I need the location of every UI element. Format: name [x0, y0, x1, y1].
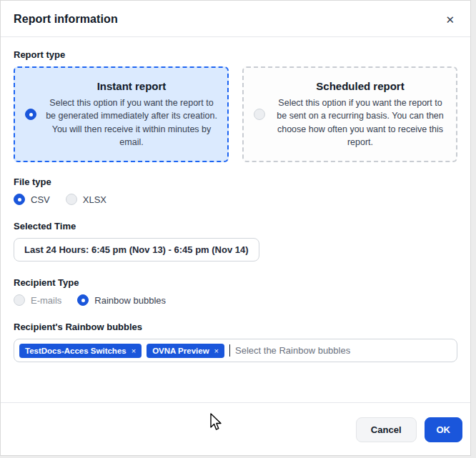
- select-placeholder: Select the Rainbow bubbles: [235, 345, 350, 356]
- recipient-option-rainbow-bubbles[interactable]: Rainbow bubbles: [77, 294, 166, 306]
- text-caret: [229, 344, 230, 357]
- dialog-title: Report information: [14, 13, 118, 26]
- dialog-body: Report type Instant report Select this o…: [1, 37, 470, 402]
- ok-button[interactable]: OK: [425, 417, 463, 442]
- time-range-value: Last 24 Hours: 6:45 pm (Nov 13) - 6:45 p…: [24, 244, 249, 255]
- scheduled-report-description: Select this option if you want the repor…: [274, 96, 446, 149]
- report-type-cards: Instant report Select this option if you…: [14, 66, 457, 162]
- chip-testdocs-acces-switches[interactable]: TestDocs-Acces Switches ×: [19, 344, 142, 358]
- scheduled-report-title: Scheduled report: [274, 80, 446, 92]
- instant-report-description: Select this option if you want the repor…: [46, 96, 217, 149]
- scheduled-report-radio[interactable]: [254, 109, 265, 120]
- instant-report-radio[interactable]: [25, 109, 36, 120]
- chip-ovna-preview[interactable]: OVNA Preview ×: [147, 344, 224, 358]
- selected-time-section: Selected Time Last 24 Hours: 6:45 pm (No…: [14, 221, 457, 262]
- recipient-type-section: Recipient Type E-mails Rainbow bubbles: [14, 277, 457, 306]
- rainbow-bubbles-select-input[interactable]: TestDocs-Acces Switches × OVNA Preview ×…: [14, 339, 457, 362]
- instant-report-title: Instant report: [46, 80, 217, 92]
- recipients-label: Recipient's Rainbow bubbles: [14, 322, 457, 332]
- xlsx-radio[interactable]: [66, 194, 77, 205]
- recipient-type-options: E-mails Rainbow bubbles: [14, 294, 457, 306]
- report-type-label: Report type: [14, 49, 457, 60]
- cancel-button[interactable]: Cancel: [356, 417, 417, 442]
- chip-label: TestDocs-Acces Switches: [25, 347, 127, 355]
- time-range-input[interactable]: Last 24 Hours: 6:45 pm (Nov 13) - 6:45 p…: [14, 238, 259, 262]
- file-type-options: CSV XLSX: [14, 194, 457, 205]
- recipient-option-emails[interactable]: E-mails: [14, 294, 61, 306]
- csv-label: CSV: [31, 194, 50, 205]
- selected-time-label: Selected Time: [14, 221, 457, 232]
- recipients-section: Recipient's Rainbow bubbles TestDocs-Acc…: [14, 322, 457, 362]
- dialog-footer: Cancel OK: [1, 402, 470, 455]
- instant-report-card[interactable]: Instant report Select this option if you…: [14, 66, 229, 162]
- report-information-dialog: Report information ✕ Report type Instant…: [0, 0, 471, 456]
- close-icon[interactable]: ✕: [445, 14, 455, 25]
- emails-label: E-mails: [31, 295, 61, 306]
- instant-report-text: Instant report Select this option if you…: [46, 80, 217, 149]
- emails-radio[interactable]: [14, 294, 25, 306]
- file-type-label: File type: [14, 176, 457, 187]
- chip-remove-icon[interactable]: ×: [132, 347, 136, 355]
- dialog-header: Report information ✕: [1, 1, 470, 37]
- scheduled-report-card[interactable]: Scheduled report Select this option if y…: [242, 66, 457, 162]
- rainbow-bubbles-radio[interactable]: [77, 294, 89, 306]
- recipient-type-label: Recipient Type: [14, 277, 457, 288]
- file-type-section: File type CSV XLSX: [14, 176, 457, 205]
- file-type-option-xlsx[interactable]: XLSX: [66, 194, 106, 205]
- xlsx-label: XLSX: [83, 194, 106, 205]
- rainbow-bubbles-label: Rainbow bubbles: [94, 295, 166, 306]
- scheduled-report-text: Scheduled report Select this option if y…: [274, 80, 446, 149]
- csv-radio[interactable]: [14, 194, 25, 205]
- report-type-section: Report type Instant report Select this o…: [14, 49, 457, 162]
- chip-remove-icon[interactable]: ×: [214, 347, 219, 355]
- file-type-option-csv[interactable]: CSV: [14, 194, 50, 205]
- chip-label: OVNA Preview: [152, 347, 209, 355]
